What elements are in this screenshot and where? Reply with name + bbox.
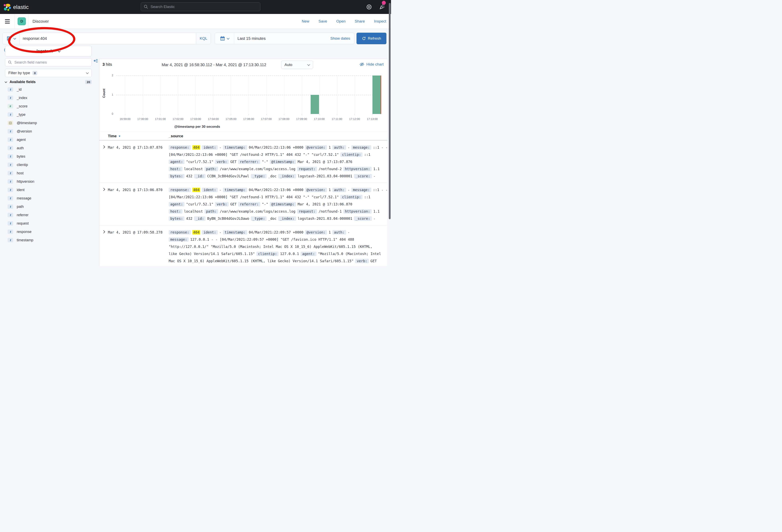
axis-tick	[231, 114, 231, 115]
news-feed-icon[interactable]	[379, 4, 385, 10]
source-value: GET	[230, 202, 237, 206]
source-value: -	[348, 230, 350, 234]
help-icon[interactable]	[366, 4, 372, 10]
source-value: _doc	[268, 217, 277, 221]
expand-doc-button[interactable]	[99, 229, 108, 265]
source-value: -	[348, 146, 350, 149]
field-label: path	[17, 205, 24, 209]
calendar-field-icon	[9, 121, 12, 124]
expand-doc-button[interactable]	[99, 186, 108, 222]
source-value: 1.1	[373, 210, 380, 214]
action-save-button[interactable]: Save	[318, 19, 327, 24]
doc-source-cell: response:404ident:-timestamp:04/Mar/2021…	[169, 229, 385, 265]
source-value: [04/Mar/2021:22:13:06 +0000] "GET /notfo…	[169, 195, 339, 199]
histogram-bar[interactable]	[311, 95, 319, 114]
documents-table-header: Time▼ _source	[99, 132, 387, 141]
axis-tick	[178, 114, 178, 115]
expand-doc-button[interactable]	[99, 144, 108, 180]
source-value: ByBN_3cB04dGovJLOawo	[207, 217, 249, 221]
refresh-label: Refresh	[368, 36, 381, 41]
source-value: localhost	[184, 210, 203, 214]
source-value: like Gecko) Version/14.1 Safari/605.1.15…	[169, 252, 255, 256]
discover-app-badge[interactable]: D	[17, 17, 26, 25]
source-field-name: httpversion:	[343, 167, 372, 171]
source-value: -	[374, 217, 376, 221]
refresh-button[interactable]: Refresh	[356, 33, 386, 44]
field-label: ident	[17, 188, 25, 192]
field-item-_type[interactable]: t_type	[8, 112, 95, 117]
source-value: [04/Mar/2021:22:13:06 +0000] "GET /notfo…	[169, 153, 339, 157]
field-item-path[interactable]: tpath	[8, 204, 95, 209]
field-item-httpversion[interactable]: thttpversion	[8, 179, 95, 184]
x-tick-label: 17:04:00	[204, 117, 222, 120]
field-label: agent	[17, 138, 26, 142]
source-field-name: auth:	[332, 188, 346, 192]
field-item-request[interactable]: trequest	[8, 221, 95, 226]
field-item-bytes[interactable]: tbytes	[8, 154, 95, 159]
table-row: Mar 4, 2021 @ 17:09:58.278response:404id…	[99, 225, 387, 266]
source-field-name: @version:	[305, 188, 327, 192]
field-item-_index[interactable]: t_index	[8, 95, 95, 101]
field-item-timestamp[interactable]: ttimestamp	[8, 237, 95, 243]
axis-tick	[196, 114, 196, 115]
field-item-ident[interactable]: tident	[8, 187, 95, 192]
source-value: -	[219, 188, 221, 192]
available-fields-header[interactable]: Available fields 20	[5, 79, 92, 85]
field-label: referrer	[17, 213, 29, 217]
doc-time-cell: Mar 4, 2021 @ 17:13:07.876	[108, 144, 169, 180]
index-pattern-selector[interactable]: logstash-*	[5, 46, 92, 56]
x-tick-label: 17:12:00	[346, 117, 363, 120]
source-field-name: _id:	[194, 216, 206, 221]
collapse-sidebar-button[interactable]	[93, 59, 98, 64]
field-label: host	[17, 171, 24, 175]
field-item-@timestamp[interactable]: @timestamp	[8, 120, 95, 125]
action-share-button[interactable]: Share	[355, 19, 365, 24]
elastic-logo-icon	[3, 3, 11, 11]
discover-results-panel: 3 hits Mar 4, 2021 @ 16:58:30.112 - Mar …	[99, 59, 387, 266]
refresh-icon	[362, 36, 366, 40]
page-scrollbar[interactable]	[389, 3, 391, 219]
field-search-input[interactable]: Search field names	[5, 58, 92, 66]
chevron-down-icon	[227, 37, 229, 40]
histogram-bar[interactable]	[372, 76, 381, 114]
highlighted-value: 404	[192, 145, 201, 150]
gridline-horizontal	[116, 76, 381, 76]
source-value: "-"	[262, 160, 268, 164]
field-item-_score[interactable]: #_score	[8, 104, 95, 109]
date-quick-select-button[interactable]	[215, 33, 234, 44]
histogram-chart[interactable]: Count @timestamp per 30 seconds 16:59:00…	[99, 59, 387, 131]
field-item-message[interactable]: tmessage	[8, 196, 95, 201]
source-value: Mar 4, 2021 @ 17:13:06.870	[298, 202, 352, 206]
menu-hamburger-icon[interactable]	[5, 19, 10, 24]
source-field-name: @timestamp:	[270, 160, 296, 164]
field-item-host[interactable]: thost	[8, 170, 95, 176]
source-line: "http://127.0.0.1/" "Mozilla/5.0 (Macint…	[169, 243, 385, 250]
field-item-auth[interactable]: tauth	[8, 146, 95, 151]
query-language-button[interactable]: KQL	[196, 33, 211, 44]
field-item-clientip[interactable]: tclientip	[8, 162, 95, 167]
source-field-name: referrer:	[238, 202, 260, 206]
page-title: Discover	[33, 14, 49, 29]
field-item-@version[interactable]: t@version	[8, 129, 95, 134]
x-tick-label: 17:03:00	[187, 117, 205, 120]
filter-by-type-dropdown[interactable]: Filter by type 0	[5, 69, 92, 77]
time-range-value[interactable]: Last 15 minutes	[234, 33, 330, 44]
source-field-name: response:	[169, 188, 191, 192]
global-search-input[interactable]: Search Elastic	[141, 2, 260, 11]
field-item-referrer[interactable]: treferrer	[8, 213, 95, 218]
source-field-name: request:	[297, 209, 317, 214]
action-open-button[interactable]: Open	[336, 19, 346, 24]
action-inspect-button[interactable]: Inspect	[374, 19, 386, 24]
search-icon	[8, 61, 12, 64]
column-header-time[interactable]: Time▼	[108, 132, 121, 140]
field-item-_id[interactable]: t_id	[8, 87, 95, 92]
source-value: _doc	[268, 174, 277, 178]
field-item-response[interactable]: tresponse	[8, 229, 95, 234]
divider	[28, 14, 29, 29]
action-new-button[interactable]: New	[302, 19, 309, 24]
elastic-logo[interactable]: elastic	[3, 3, 29, 11]
field-item-agent[interactable]: tagent	[8, 137, 95, 142]
show-dates-button[interactable]: Show dates	[330, 33, 354, 44]
x-tick-label: 16:59:00	[116, 117, 134, 120]
source-line: bytes:432_id:ByBN_3cB04dGovJLOawo_type:_…	[169, 215, 385, 222]
